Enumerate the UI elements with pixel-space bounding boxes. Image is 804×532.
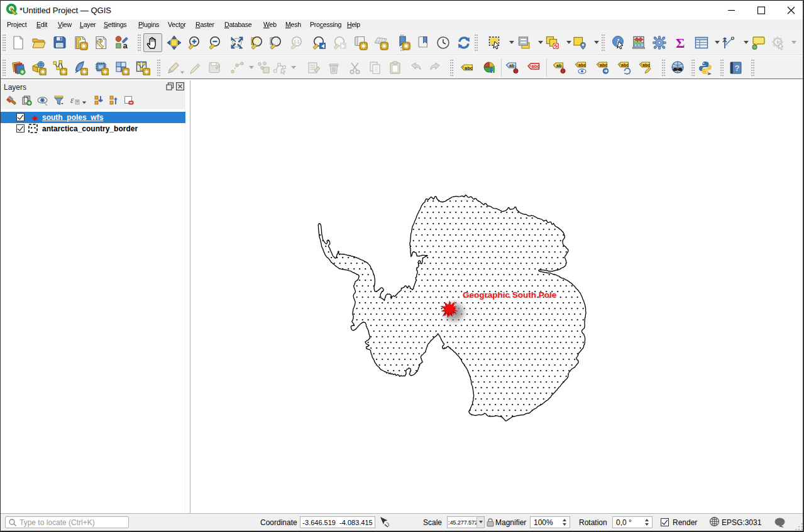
- svg-text:abc: abc: [578, 62, 586, 67]
- svg-text:Geographic South Pole: Geographic South Pole: [463, 290, 557, 300]
- svg-text:Σ: Σ: [676, 35, 685, 50]
- svg-text:a: a: [123, 41, 128, 50]
- svg-text:abc: abc: [532, 63, 540, 69]
- svg-text:abc: abc: [621, 62, 629, 67]
- svg-text:1:1: 1:1: [294, 40, 300, 44]
- svg-text:ab: ab: [509, 63, 514, 67]
- svg-text:abc: abc: [465, 65, 473, 70]
- svg-text:?: ?: [735, 63, 740, 73]
- svg-text:abc: abc: [642, 62, 650, 67]
- svg-text:abc: abc: [600, 62, 607, 67]
- svg-text:ε: ε: [70, 95, 74, 105]
- svg-text:ab: ab: [556, 63, 561, 67]
